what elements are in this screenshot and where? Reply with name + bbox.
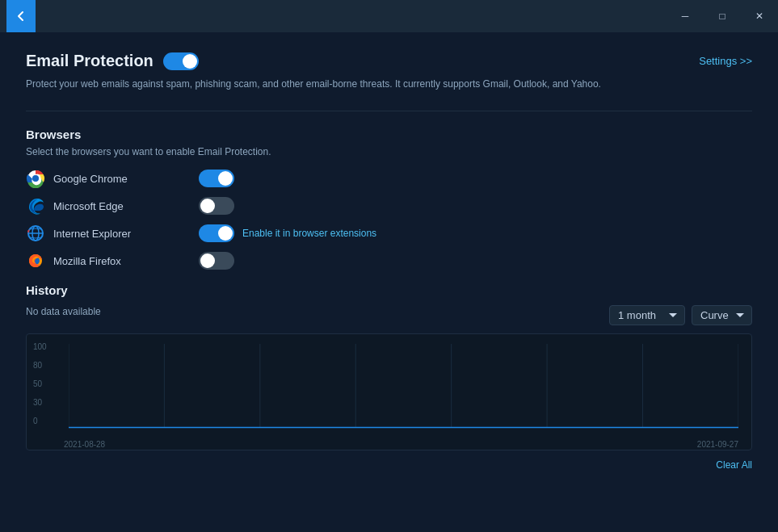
clear-all-container: Clear All [26,457,752,471]
y-label-100: 100 [33,342,47,351]
titlebar-left [0,0,44,32]
chart-dropdown-group: 1 month 3 months 6 months Curve Bar [609,305,752,325]
edge-name: Microsoft Edge [53,200,199,212]
browsers-section-desc: Select the browsers you want to enable E… [26,146,752,157]
firefox-icon [26,251,45,270]
chart-grid-svg [69,344,738,437]
minimize-button[interactable]: ─ [667,0,704,32]
edge-toggle-area [199,197,234,215]
ie-icon [26,224,45,243]
chrome-toggle-area [199,170,234,187]
chart-x-labels: 2021-08-28 2021-09-27 [64,440,738,449]
firefox-toggle-area [199,252,234,270]
firefox-toggle[interactable] [199,252,234,270]
page-title: Email Protection [26,52,153,70]
browser-row-ie: Internet Explorer Enable it in browser e… [26,224,752,243]
svg-point-2 [33,176,39,182]
chart-type-dropdown[interactable]: Curve Bar [692,305,752,325]
back-icon [15,10,27,23]
time-period-dropdown[interactable]: 1 month 3 months 6 months [609,305,685,325]
maximize-button[interactable]: □ [704,0,741,32]
history-header: History [26,283,752,302]
y-label-0: 0 [33,417,47,425]
y-label-30: 30 [33,398,47,407]
browser-row-firefox: Mozilla Firefox [26,251,752,270]
browser-row-chrome: Google Chrome [26,169,752,188]
chrome-icon [26,169,45,188]
no-data-text: No data available [26,306,101,317]
email-protection-header: Email Protection Settings >> [26,52,752,70]
back-button[interactable] [6,0,36,32]
ep-title-row: Email Protection [26,52,199,70]
y-label-50: 50 [33,379,47,388]
x-label-end: 2021-09-27 [697,440,738,449]
email-protection-toggle[interactable] [163,52,199,70]
chart-y-labels: 100 80 50 30 0 [33,342,47,425]
firefox-name: Mozilla Firefox [53,255,199,267]
browser-row-edge: Microsoft Edge [26,196,752,216]
edge-icon [26,196,45,216]
main-content: Email Protection Settings >> Protect you… [0,32,778,532]
ie-toggle[interactable] [199,224,234,242]
enable-extension-link[interactable]: Enable it in browser extensions [242,228,376,239]
settings-link[interactable]: Settings >> [699,55,752,67]
chart-container: 100 80 50 30 0 2021-08-28 [26,333,752,450]
edge-toggle[interactable] [199,197,234,215]
history-section-title: History [26,283,68,297]
clear-all-link[interactable]: Clear All [716,459,752,471]
y-label-80: 80 [33,361,47,370]
chrome-toggle[interactable] [199,170,234,187]
ie-toggle-area: Enable it in browser extensions [199,224,376,242]
history-controls-row: No data available 1 month 3 months 6 mon… [26,305,752,325]
ep-description: Protect your web emails against spam, ph… [26,77,752,91]
x-label-start: 2021-08-28 [64,440,105,449]
titlebar: ─ □ ✕ [0,0,778,32]
close-button[interactable]: ✕ [741,0,778,32]
browsers-section-title: Browsers [26,128,752,141]
ie-name: Internet Explorer [53,228,199,240]
separator [26,111,752,111]
chart-area [69,344,738,437]
titlebar-controls: ─ □ ✕ [667,0,778,32]
chrome-name: Google Chrome [53,173,199,185]
